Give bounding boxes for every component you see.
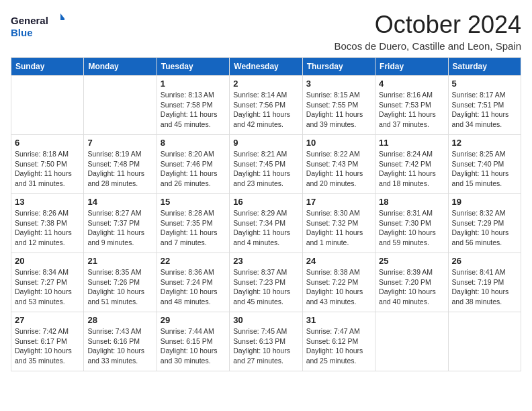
cell-daylight-info: Sunrise: 7:43 AMSunset: 6:16 PMDaylight:… — [87, 326, 152, 366]
cell-date-number: 2 — [233, 79, 298, 89]
calendar-cell — [375, 312, 448, 371]
calendar-cell: 23Sunrise: 8:37 AMSunset: 7:23 PMDayligh… — [230, 253, 302, 312]
month-title: October 2024 — [334, 11, 521, 39]
cell-daylight-info: Sunrise: 8:30 AMSunset: 7:32 PMDaylight:… — [306, 208, 371, 248]
calendar-cell: 11Sunrise: 8:24 AMSunset: 7:42 PMDayligh… — [375, 135, 448, 194]
cell-daylight-info: Sunrise: 8:16 AMSunset: 7:53 PMDaylight:… — [379, 90, 444, 130]
week-row-1: 1Sunrise: 8:13 AMSunset: 7:58 PMDaylight… — [11, 76, 521, 135]
calendar-cell: 24Sunrise: 8:38 AMSunset: 7:22 PMDayligh… — [302, 253, 375, 312]
cell-daylight-info: Sunrise: 8:14 AMSunset: 7:56 PMDaylight:… — [233, 90, 298, 130]
calendar-cell: 22Sunrise: 8:36 AMSunset: 7:24 PMDayligh… — [157, 253, 229, 312]
cell-daylight-info: Sunrise: 8:32 AMSunset: 7:29 PMDaylight:… — [452, 208, 517, 248]
calendar-cell: 15Sunrise: 8:28 AMSunset: 7:35 PMDayligh… — [157, 194, 229, 253]
location-title: Bocos de Duero, Castille and Leon, Spain — [334, 40, 521, 52]
cell-daylight-info: Sunrise: 8:31 AMSunset: 7:30 PMDaylight:… — [379, 208, 444, 248]
cell-daylight-info: Sunrise: 8:25 AMSunset: 7:40 PMDaylight:… — [452, 149, 517, 189]
svg-marker-2 — [60, 13, 64, 20]
cell-date-number: 9 — [233, 138, 298, 148]
calendar-cell: 16Sunrise: 8:29 AMSunset: 7:34 PMDayligh… — [230, 194, 302, 253]
calendar-cell: 6Sunrise: 8:18 AMSunset: 7:50 PMDaylight… — [11, 135, 84, 194]
calendar-cell: 7Sunrise: 8:19 AMSunset: 7:48 PMDaylight… — [84, 135, 157, 194]
cell-date-number: 3 — [306, 79, 371, 89]
title-area: October 2024 Bocos de Duero, Castille an… — [334, 11, 521, 52]
cell-date-number: 5 — [452, 79, 517, 89]
calendar-cell: 18Sunrise: 8:31 AMSunset: 7:30 PMDayligh… — [375, 194, 448, 253]
header-row: SundayMondayTuesdayWednesdayThursdayFrid… — [11, 58, 521, 76]
cell-date-number: 12 — [452, 138, 517, 148]
cell-date-number: 28 — [87, 315, 152, 325]
cell-date-number: 4 — [379, 79, 444, 89]
cell-daylight-info: Sunrise: 8:37 AMSunset: 7:23 PMDaylight:… — [233, 267, 298, 307]
cell-daylight-info: Sunrise: 8:17 AMSunset: 7:51 PMDaylight:… — [452, 90, 517, 130]
calendar-cell — [448, 312, 521, 371]
day-header-wednesday: Wednesday — [230, 58, 302, 76]
calendar-cell: 9Sunrise: 8:21 AMSunset: 7:45 PMDaylight… — [230, 135, 302, 194]
cell-daylight-info: Sunrise: 8:34 AMSunset: 7:27 PMDaylight:… — [15, 267, 80, 307]
calendar-cell: 29Sunrise: 7:44 AMSunset: 6:15 PMDayligh… — [157, 312, 229, 371]
cell-daylight-info: Sunrise: 8:36 AMSunset: 7:24 PMDaylight:… — [161, 267, 226, 307]
cell-daylight-info: Sunrise: 8:35 AMSunset: 7:26 PMDaylight:… — [87, 267, 152, 307]
cell-date-number: 27 — [15, 315, 80, 325]
cell-daylight-info: Sunrise: 8:26 AMSunset: 7:38 PMDaylight:… — [15, 208, 80, 248]
calendar-cell: 14Sunrise: 8:27 AMSunset: 7:37 PMDayligh… — [84, 194, 157, 253]
cell-daylight-info: Sunrise: 8:15 AMSunset: 7:55 PMDaylight:… — [306, 90, 371, 130]
cell-date-number: 7 — [87, 138, 152, 148]
calendar-cell: 10Sunrise: 8:22 AMSunset: 7:43 PMDayligh… — [302, 135, 375, 194]
cell-date-number: 18 — [379, 197, 444, 207]
cell-daylight-info: Sunrise: 8:28 AMSunset: 7:35 PMDaylight:… — [161, 208, 226, 248]
calendar-cell: 12Sunrise: 8:25 AMSunset: 7:40 PMDayligh… — [448, 135, 521, 194]
calendar-cell: 4Sunrise: 8:16 AMSunset: 7:53 PMDaylight… — [375, 76, 448, 135]
calendar-cell: 5Sunrise: 8:17 AMSunset: 7:51 PMDaylight… — [448, 76, 521, 135]
day-header-tuesday: Tuesday — [157, 58, 229, 76]
cell-daylight-info: Sunrise: 7:47 AMSunset: 6:12 PMDaylight:… — [306, 326, 371, 366]
cell-daylight-info: Sunrise: 8:21 AMSunset: 7:45 PMDaylight:… — [233, 149, 298, 189]
calendar-cell: 25Sunrise: 8:39 AMSunset: 7:20 PMDayligh… — [375, 253, 448, 312]
logo-icon: General Blue — [11, 11, 64, 40]
cell-daylight-info: Sunrise: 8:20 AMSunset: 7:46 PMDaylight:… — [161, 149, 226, 189]
day-header-friday: Friday — [375, 58, 448, 76]
cell-date-number: 16 — [233, 197, 298, 207]
cell-date-number: 31 — [306, 315, 371, 325]
calendar-cell: 19Sunrise: 8:32 AMSunset: 7:29 PMDayligh… — [448, 194, 521, 253]
calendar-cell: 3Sunrise: 8:15 AMSunset: 7:55 PMDaylight… — [302, 76, 375, 135]
cell-date-number: 25 — [379, 256, 444, 266]
cell-daylight-info: Sunrise: 8:41 AMSunset: 7:19 PMDaylight:… — [452, 267, 517, 307]
logo: General Blue — [11, 11, 64, 40]
cell-daylight-info: Sunrise: 8:22 AMSunset: 7:43 PMDaylight:… — [306, 149, 371, 189]
week-row-5: 27Sunrise: 7:42 AMSunset: 6:17 PMDayligh… — [11, 312, 521, 371]
cell-date-number: 11 — [379, 138, 444, 148]
day-header-saturday: Saturday — [448, 58, 521, 76]
cell-daylight-info: Sunrise: 7:45 AMSunset: 6:13 PMDaylight:… — [233, 326, 298, 366]
day-header-monday: Monday — [84, 58, 157, 76]
cell-date-number: 13 — [15, 197, 80, 207]
calendar-cell: 30Sunrise: 7:45 AMSunset: 6:13 PMDayligh… — [230, 312, 302, 371]
calendar-cell — [11, 76, 84, 135]
cell-date-number: 8 — [161, 138, 226, 148]
calendar-cell: 20Sunrise: 8:34 AMSunset: 7:27 PMDayligh… — [11, 253, 84, 312]
cell-daylight-info: Sunrise: 7:44 AMSunset: 6:15 PMDaylight:… — [161, 326, 226, 366]
calendar-cell: 2Sunrise: 8:14 AMSunset: 7:56 PMDaylight… — [230, 76, 302, 135]
calendar-cell: 28Sunrise: 7:43 AMSunset: 6:16 PMDayligh… — [84, 312, 157, 371]
cell-date-number: 14 — [87, 197, 152, 207]
calendar-cell — [84, 76, 157, 135]
calendar-cell: 8Sunrise: 8:20 AMSunset: 7:46 PMDaylight… — [157, 135, 229, 194]
cell-date-number: 15 — [161, 197, 226, 207]
day-header-thursday: Thursday — [302, 58, 375, 76]
cell-daylight-info: Sunrise: 8:19 AMSunset: 7:48 PMDaylight:… — [87, 149, 152, 189]
svg-text:General: General — [11, 15, 48, 26]
cell-date-number: 21 — [87, 256, 152, 266]
cell-date-number: 6 — [15, 138, 80, 148]
cell-daylight-info: Sunrise: 8:29 AMSunset: 7:34 PMDaylight:… — [233, 208, 298, 248]
calendar-cell: 1Sunrise: 8:13 AMSunset: 7:58 PMDaylight… — [157, 76, 229, 135]
cell-date-number: 22 — [161, 256, 226, 266]
week-row-3: 13Sunrise: 8:26 AMSunset: 7:38 PMDayligh… — [11, 194, 521, 253]
cell-daylight-info: Sunrise: 7:42 AMSunset: 6:17 PMDaylight:… — [15, 326, 80, 366]
day-header-sunday: Sunday — [11, 58, 84, 76]
cell-daylight-info: Sunrise: 8:13 AMSunset: 7:58 PMDaylight:… — [161, 90, 226, 130]
cell-daylight-info: Sunrise: 8:18 AMSunset: 7:50 PMDaylight:… — [15, 149, 80, 189]
cell-date-number: 20 — [15, 256, 80, 266]
cell-date-number: 23 — [233, 256, 298, 266]
calendar-cell: 13Sunrise: 8:26 AMSunset: 7:38 PMDayligh… — [11, 194, 84, 253]
week-row-2: 6Sunrise: 8:18 AMSunset: 7:50 PMDaylight… — [11, 135, 521, 194]
cell-date-number: 30 — [233, 315, 298, 325]
